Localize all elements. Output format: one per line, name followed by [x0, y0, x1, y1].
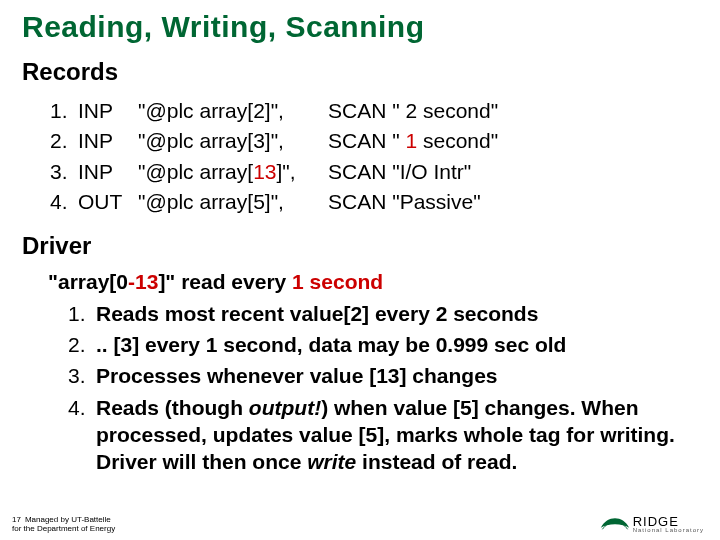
driver-text: Processes whenever value [13] changes [96, 362, 698, 389]
record-scan: SCAN "I/O Intr" [328, 157, 698, 187]
slide-title: Reading, Writing, Scanning [22, 10, 698, 44]
driver-text: Reads most recent value[2] every 2 secon… [96, 300, 698, 327]
list-number: 1. [50, 96, 78, 126]
ornl-logo: RIDGE National Laboratory [599, 512, 704, 534]
record-dir: INP [78, 96, 138, 126]
list-number: 3. [50, 157, 78, 187]
driver-row: 1. Reads most recent value[2] every 2 se… [68, 300, 698, 327]
footer: 17Managed by UT-Battelle for the Departm… [12, 516, 115, 534]
footer-line2: for the Department of Energy [12, 524, 115, 533]
list-number: 4. [68, 394, 96, 476]
record-dir: INP [78, 157, 138, 187]
record-addr: "@plc array[5]", [138, 187, 328, 217]
list-number: 1. [68, 300, 96, 327]
record-row: 4. OUT "@plc array[5]", SCAN "Passive" [50, 187, 698, 217]
record-dir: OUT [78, 187, 138, 217]
record-dir: INP [78, 126, 138, 156]
slide: Reading, Writing, Scanning Records 1. IN… [0, 0, 720, 540]
driver-row: 3. Processes whenever value [13] changes [68, 362, 698, 389]
footer-line1: Managed by UT-Battelle [25, 515, 111, 524]
list-number: 2. [68, 331, 96, 358]
driver-row: 2. .. [3] every 1 second, data may be 0.… [68, 331, 698, 358]
record-addr: "@plc array[2]", [138, 96, 328, 126]
logo-text: RIDGE National Laboratory [633, 514, 704, 533]
record-scan: SCAN " 2 second" [328, 96, 698, 126]
leaf-swoosh-icon [599, 512, 631, 534]
driver-text: Reads (though output!) when value [5] ch… [96, 394, 698, 476]
driver-text: .. [3] every 1 second, data may be 0.999… [96, 331, 698, 358]
driver-list: "array[0-13]" read every 1 second 1. Rea… [30, 270, 698, 476]
records-list: 1. INP "@plc array[2]", SCAN " 2 second"… [30, 96, 698, 218]
record-scan: SCAN " 1 second" [328, 126, 698, 156]
record-scan: SCAN "Passive" [328, 187, 698, 217]
record-addr: "@plc array[3]", [138, 126, 328, 156]
record-row: 2. INP "@plc array[3]", SCAN " 1 second" [50, 126, 698, 156]
record-row: 1. INP "@plc array[2]", SCAN " 2 second" [50, 96, 698, 126]
record-row: 3. INP "@plc array[13]", SCAN "I/O Intr" [50, 157, 698, 187]
list-number: 2. [50, 126, 78, 156]
driver-heading: Driver [22, 232, 698, 260]
records-heading: Records [22, 58, 698, 86]
record-addr: "@plc array[13]", [138, 157, 328, 187]
driver-intro: "array[0-13]" read every 1 second [48, 270, 698, 294]
driver-row: 4. Reads (though output!) when value [5]… [68, 394, 698, 476]
list-number: 3. [68, 362, 96, 389]
list-number: 4. [50, 187, 78, 217]
